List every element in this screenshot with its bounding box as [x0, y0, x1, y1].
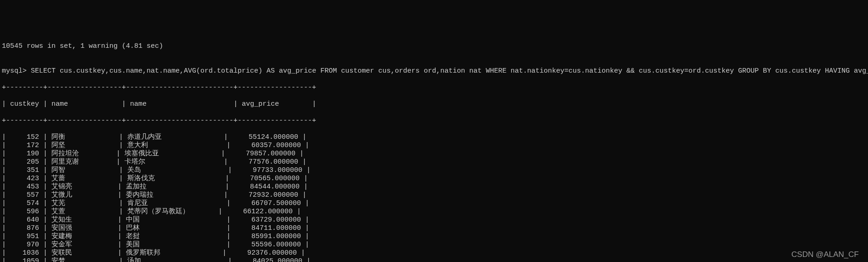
header-avgprice: avg_price — [242, 100, 279, 108]
table-row: | 970 | 安金军 | 美国 | 55596.000000 | — [2, 241, 866, 249]
table-row: | 190 | 阿拉坦沧 | 埃塞俄比亚 | 79857.000000 | — [2, 150, 866, 158]
table-row: | 1059 | 安梦 | 汤加 | 84025.000000 | — [2, 257, 866, 262]
table-body: | 152 | 阿衡 | 赤道几内亚 | 55124.000000 || 172… — [2, 133, 866, 262]
table-row: | 557 | 艾微儿 | 委内瑞拉 | 72932.000000 | — [2, 191, 866, 199]
table-row: | 596 | 艾萱 | 梵蒂冈（罗马教廷） | 66122.000000 | — [2, 208, 866, 216]
status-line: 10545 rows in set, 1 warning (4.81 sec) — [2, 42, 866, 51]
table-row: | 351 | 阿智 | 关岛 | 97733.000000 | — [2, 166, 866, 175]
table-row: | 574 | 艾芜 | 肯尼亚 | 66707.500000 | — [2, 199, 866, 208]
table-border-top: +---------+------------------+----------… — [2, 84, 866, 92]
table-row: | 951 | 安建梅 | 老挝 | 85991.000000 | — [2, 233, 866, 241]
table-row: | 876 | 安国强 | 巴林 | 84711.000000 | — [2, 224, 866, 233]
table-border-mid: +---------+------------------+----------… — [2, 117, 866, 125]
sql-query: SELECT cus.custkey,cus.name,nat.name,AVG… — [31, 67, 868, 75]
table-row: | 453 | 艾锦亮 | 孟加拉 | 84544.000000 | — [2, 183, 866, 191]
query-block: mysql> SELECT cus.custkey,cus.name,nat.n… — [2, 67, 866, 75]
header-name2: name — [130, 100, 147, 108]
table-row: | 1036 | 安联民 | 俄罗斯联邦 | 92376.000000 | — [2, 249, 866, 257]
header-custkey: custkey — [10, 100, 39, 108]
table-row: | 205 | 阿里克谢 | 卡塔尔 | 77576.000000 | — [2, 158, 866, 166]
terminal-output: 10545 rows in set, 1 warning (4.81 sec) … — [2, 34, 866, 262]
watermark: CSDN @ALAN_CF — [791, 250, 859, 259]
table-header-row: | custkey | name | name | avg_price | — [2, 100, 866, 108]
mysql-prompt: mysql> — [2, 67, 27, 75]
header-name1: name — [51, 100, 68, 108]
table-row: | 152 | 阿衡 | 赤道几内亚 | 55124.000000 | — [2, 133, 866, 142]
table-row: | 172 | 阿坚 | 意大利 | 60357.000000 | — [2, 142, 866, 150]
table-row: | 640 | 艾知生 | 中国 | 63729.000000 | — [2, 216, 866, 224]
table-row: | 423 | 艾蔷 | 斯洛伐克 | 70565.000000 | — [2, 175, 866, 183]
